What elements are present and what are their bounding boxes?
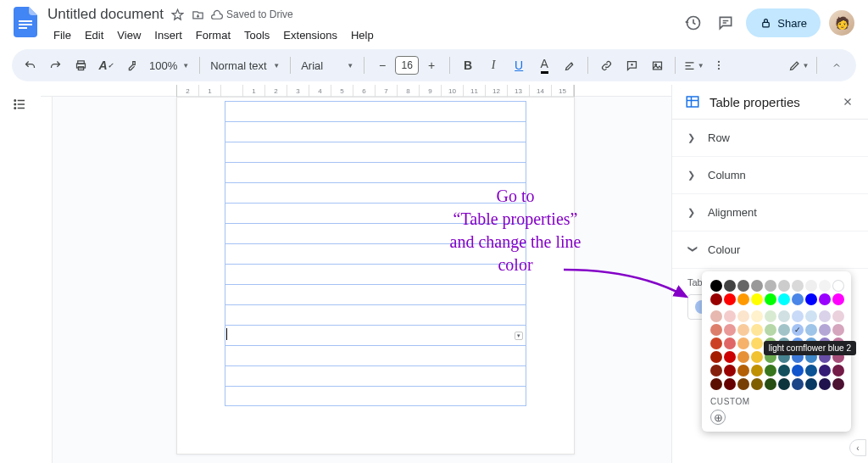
color-swatch[interactable] xyxy=(737,293,749,305)
account-avatar[interactable]: 🧑 xyxy=(829,10,854,36)
color-swatch[interactable] xyxy=(737,310,749,322)
color-swatch[interactable] xyxy=(819,365,831,377)
color-swatch[interactable] xyxy=(751,324,763,336)
color-swatch[interactable] xyxy=(832,378,844,390)
table-row[interactable] xyxy=(225,386,526,406)
align-icon[interactable]: ▼ xyxy=(682,54,704,76)
color-swatch[interactable] xyxy=(778,365,790,377)
table-row[interactable] xyxy=(225,243,526,264)
color-swatch[interactable] xyxy=(724,378,736,390)
table-row[interactable] xyxy=(225,162,526,182)
insert-link-icon[interactable] xyxy=(595,54,617,76)
share-button[interactable]: Share xyxy=(746,8,821,37)
menu-extensions[interactable]: Extensions xyxy=(277,27,343,43)
history-icon[interactable] xyxy=(682,11,705,35)
color-swatch[interactable] xyxy=(710,310,722,322)
menu-view[interactable]: View xyxy=(111,27,147,43)
color-swatch[interactable] xyxy=(724,365,736,377)
color-swatch[interactable] xyxy=(819,280,831,292)
paint-format-icon[interactable] xyxy=(120,54,142,76)
outline-icon[interactable] xyxy=(7,92,32,117)
menu-help[interactable]: Help xyxy=(345,27,380,43)
color-swatch[interactable] xyxy=(778,310,790,322)
color-swatch[interactable] xyxy=(737,280,749,292)
color-swatch[interactable] xyxy=(765,293,776,305)
color-swatch[interactable] xyxy=(724,337,736,349)
paragraph-style-selector[interactable]: Normal text▼ xyxy=(207,59,283,72)
color-swatch[interactable] xyxy=(751,365,763,377)
color-swatch[interactable] xyxy=(819,378,831,390)
text-color-icon[interactable]: A xyxy=(533,54,555,76)
table-row[interactable] xyxy=(225,304,526,325)
add-comment-icon[interactable] xyxy=(620,54,643,76)
color-swatch[interactable] xyxy=(819,293,831,305)
editing-mode-icon[interactable]: ▼ xyxy=(787,54,810,76)
color-swatch[interactable] xyxy=(765,365,776,377)
menu-edit[interactable]: Edit xyxy=(79,27,109,43)
color-swatch[interactable] xyxy=(751,293,763,305)
highlight-icon[interactable] xyxy=(559,54,581,76)
add-custom-color-icon[interactable]: ⊕ xyxy=(710,410,726,425)
color-swatch[interactable] xyxy=(724,293,736,305)
color-swatch[interactable] xyxy=(710,293,722,305)
table-row[interactable] xyxy=(225,121,526,142)
color-swatch[interactable] xyxy=(724,324,736,336)
color-swatch[interactable] xyxy=(805,310,817,322)
color-swatch[interactable] xyxy=(778,378,790,390)
color-swatch[interactable] xyxy=(724,280,736,292)
color-swatch[interactable] xyxy=(792,293,804,305)
color-swatch[interactable] xyxy=(710,280,722,292)
page[interactable]: ▾ xyxy=(176,97,575,455)
underline-icon[interactable]: U xyxy=(508,54,530,76)
color-swatch[interactable] xyxy=(792,280,804,292)
table-row[interactable] xyxy=(225,203,526,223)
color-swatch[interactable] xyxy=(724,310,736,322)
color-swatch[interactable] xyxy=(792,324,804,336)
undo-icon[interactable] xyxy=(19,54,41,76)
color-swatch[interactable] xyxy=(778,324,790,336)
color-swatch[interactable] xyxy=(765,378,776,390)
color-swatch[interactable] xyxy=(710,351,722,363)
section-row[interactable]: ❯Row xyxy=(672,120,868,157)
color-swatch[interactable] xyxy=(751,310,763,322)
spellcheck-icon[interactable]: A✓ xyxy=(95,54,117,76)
color-swatch[interactable] xyxy=(832,280,844,292)
color-swatch[interactable] xyxy=(724,351,736,363)
collapse-side-panel-icon[interactable]: ‹ xyxy=(849,439,866,456)
insert-image-icon[interactable] xyxy=(646,54,668,76)
zoom-selector[interactable]: 100%▼ xyxy=(146,59,192,72)
color-swatch[interactable] xyxy=(751,280,763,292)
table-row[interactable] xyxy=(225,223,526,243)
menu-format[interactable]: Format xyxy=(190,27,236,43)
color-swatch[interactable] xyxy=(805,280,817,292)
color-swatch[interactable] xyxy=(751,378,763,390)
color-swatch[interactable] xyxy=(819,310,831,322)
color-swatch[interactable] xyxy=(710,337,722,349)
print-icon[interactable] xyxy=(70,54,92,76)
move-icon[interactable] xyxy=(191,8,204,21)
table-row[interactable] xyxy=(225,284,526,304)
color-swatch[interactable] xyxy=(778,293,790,305)
row-handle-icon[interactable]: ▾ xyxy=(515,332,523,340)
menu-file[interactable]: File xyxy=(47,27,77,43)
color-swatch[interactable] xyxy=(805,324,817,336)
redo-icon[interactable] xyxy=(44,54,66,76)
color-swatch[interactable] xyxy=(792,365,804,377)
section-alignment[interactable]: ❯Alignment xyxy=(672,194,868,232)
color-swatch[interactable] xyxy=(737,337,749,349)
menu-insert[interactable]: Insert xyxy=(148,27,188,43)
color-swatch[interactable] xyxy=(765,324,776,336)
color-swatch[interactable] xyxy=(765,310,776,322)
table-row[interactable] xyxy=(225,182,526,203)
decrease-font-icon[interactable]: − xyxy=(371,54,393,76)
color-swatch[interactable] xyxy=(832,310,844,322)
section-column[interactable]: ❯Column xyxy=(672,157,868,194)
color-swatch[interactable] xyxy=(805,293,817,305)
color-swatch[interactable] xyxy=(710,378,722,390)
document-table[interactable] xyxy=(225,101,526,406)
document-canvas[interactable]: 21123456789101112131415 ▾ xyxy=(41,85,671,463)
table-row[interactable] xyxy=(225,365,526,386)
table-row[interactable] xyxy=(225,101,526,121)
color-swatch[interactable] xyxy=(737,351,749,363)
more-icon[interactable] xyxy=(708,54,730,76)
